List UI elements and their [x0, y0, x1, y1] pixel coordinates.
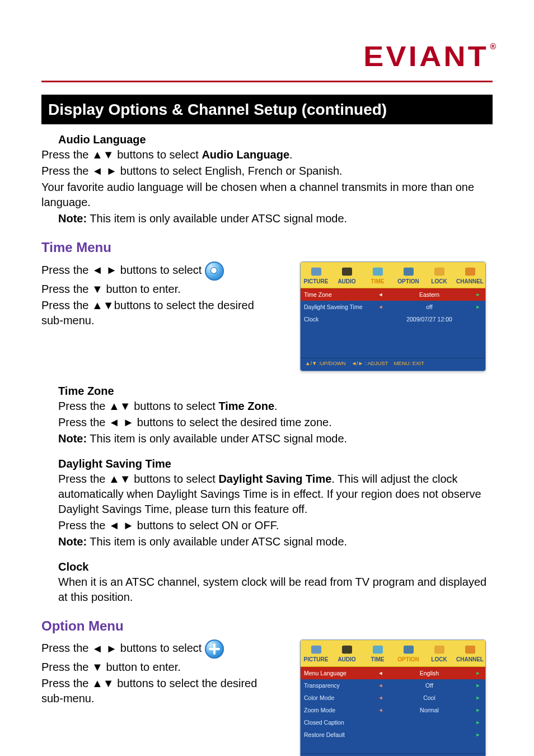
option-menu-heading: Option Menu	[41, 617, 493, 635]
osd-tab-option[interactable]: OPTION	[393, 643, 424, 666]
option-menu-l1: Press the ◄ ► buttons to select	[41, 640, 260, 659]
osd-row[interactable]: Daylight Saveing Time◄off►	[301, 301, 485, 313]
osd-tab-option[interactable]: OPTION	[393, 265, 424, 288]
header-rule	[41, 81, 493, 82]
option-icon	[205, 640, 224, 659]
brand-name: EVIANT	[363, 41, 489, 72]
audio-language-heading: Audio Language	[58, 132, 493, 147]
osd-row[interactable]: Color Mode◄Cool►	[301, 692, 485, 704]
osd-row[interactable]: Menu Language◄English►	[301, 667, 485, 679]
time-zone-l1: Press the ▲▼ buttons to select Time Zone…	[58, 399, 493, 414]
brand-logo: EVIANT®	[41, 38, 493, 76]
osd-tab-time[interactable]: TIME	[362, 265, 393, 288]
osd-row[interactable]: Clock2009/07/27 12:00	[301, 313, 485, 325]
osd-tab-lock[interactable]: LOCK	[424, 643, 455, 666]
audio-language-line3: Your favorite audio language will be cho…	[41, 180, 493, 210]
osd-tab-picture[interactable]: PICTURE	[301, 265, 331, 288]
page-title: Display Options & Channel Setup (continu…	[48, 101, 387, 118]
osd-footer: ▲/▼ :UP/DOWN ◄/► : ADJUST MENU: EXIT	[301, 753, 485, 756]
time-menu-l1: Press the ◄ ► buttons to select	[41, 262, 260, 281]
right-arrow-icon: ►	[474, 719, 482, 726]
osd-row[interactable]: Transparency◄Off►	[301, 679, 485, 692]
right-arrow-icon: ►	[474, 682, 482, 689]
osd-tab-lock[interactable]: LOCK	[424, 265, 455, 288]
dst-note: Note: This item is only available under …	[58, 534, 493, 549]
osd-row[interactable]: Time Zone◄Eastern►	[301, 288, 485, 301]
right-arrow-icon: ►	[474, 304, 482, 310]
time-icon	[205, 262, 224, 281]
osd-tab-audio[interactable]: AUDIO	[331, 643, 362, 666]
right-arrow-icon: ►	[474, 707, 482, 713]
osd-tab-time[interactable]: TIME	[362, 643, 393, 666]
left-arrow-icon: ◄	[377, 707, 385, 713]
time-menu-l3: Press the ▲▼buttons to select the desire…	[41, 298, 260, 328]
svg-rect-3	[404, 267, 414, 275]
left-arrow-icon: ◄	[377, 670, 385, 676]
dst-heading: Daylight Saving Time	[58, 456, 493, 472]
registered-mark: ®	[490, 42, 499, 51]
svg-rect-11	[465, 646, 475, 654]
osd-tab-channel[interactable]: CHANNEL	[455, 265, 485, 288]
time-zone-heading: Time Zone	[58, 384, 493, 399]
svg-rect-5	[465, 267, 475, 275]
option-osd: PICTUREAUDIOTIMEOPTIONLOCKCHANNEL Menu L…	[300, 640, 486, 756]
right-arrow-icon: ►	[474, 670, 482, 676]
svg-rect-10	[434, 646, 444, 654]
audio-language-line1: Press the ▲▼ buttons to select Audio Lan…	[41, 147, 493, 162]
osd-footer: ▲/▼ :UP/DOWN ◄/► : ADJUST MENU: EXIT	[301, 358, 485, 371]
svg-rect-6	[311, 646, 321, 654]
svg-rect-0	[311, 267, 321, 275]
osd-row[interactable]: Restore Default►	[301, 729, 485, 741]
dst-l2: Press the ◄ ► buttons to select ON or OF…	[58, 518, 493, 533]
osd-tab-picture[interactable]: PICTURE	[301, 643, 331, 666]
audio-language-note: Note: This item is only available under …	[58, 211, 493, 226]
right-arrow-icon: ►	[474, 731, 482, 738]
time-zone-note: Note: This item is only available under …	[58, 431, 493, 446]
clock-heading: Clock	[58, 559, 493, 575]
svg-rect-1	[342, 267, 352, 275]
time-osd: PICTUREAUDIOTIMEOPTIONLOCKCHANNEL Time Z…	[300, 262, 486, 371]
time-zone-l2: Press the ◄ ► buttons to select the desi…	[58, 415, 493, 430]
svg-rect-4	[434, 267, 444, 275]
osd-tab-channel[interactable]: CHANNEL	[455, 643, 485, 666]
right-arrow-icon: ►	[474, 694, 482, 701]
left-arrow-icon: ◄	[377, 291, 385, 298]
left-arrow-icon: ◄	[377, 694, 385, 701]
right-arrow-icon: ►	[474, 291, 482, 298]
time-menu-l2: Press the ▼ button to enter.	[41, 282, 260, 297]
osd-row[interactable]: Closed Caption►	[301, 716, 485, 729]
osd-tab-audio[interactable]: AUDIO	[331, 265, 362, 288]
page-title-bar: Display Options & Channel Setup (continu…	[41, 95, 493, 125]
svg-rect-2	[373, 267, 383, 275]
svg-rect-7	[342, 646, 352, 654]
osd-row[interactable]: Zoom Mode◄Normal►	[301, 704, 485, 716]
svg-rect-9	[404, 646, 414, 654]
clock-body: When it is an ATSC channel, system clock…	[58, 575, 493, 605]
svg-rect-8	[373, 646, 383, 654]
option-menu-l3: Press the ▲▼ buttons to select the desir…	[41, 676, 260, 706]
left-arrow-icon: ◄	[377, 682, 385, 689]
left-arrow-icon: ◄	[377, 304, 385, 310]
time-menu-heading: Time Menu	[41, 239, 493, 256]
audio-language-line2: Press the ◄ ► buttons to select English,…	[41, 164, 493, 179]
dst-l1: Press the ▲▼ buttons to select Daylight …	[58, 472, 493, 517]
option-menu-l2: Press the ▼ button to enter.	[41, 660, 260, 675]
